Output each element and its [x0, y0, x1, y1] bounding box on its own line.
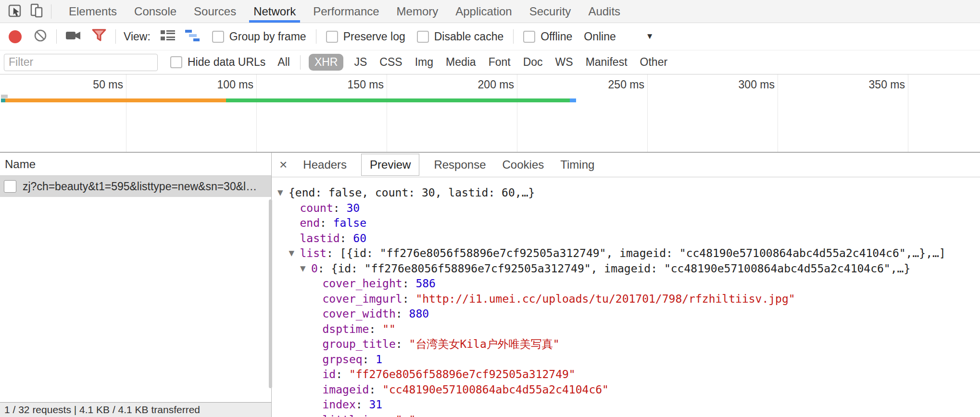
preserve-log-checkbox[interactable] [326, 31, 338, 43]
filter-type-img[interactable]: Img [415, 56, 433, 69]
detail-tab-response[interactable]: Response [433, 153, 487, 176]
preview-tree-row[interactable]: id: "ff276e8056f58896e7cf92505a312749" [272, 367, 980, 382]
offline-checkbox[interactable] [523, 31, 535, 43]
disable-cache-checkbox[interactable] [417, 31, 429, 43]
filter-type-ws[interactable]: WS [555, 56, 573, 69]
inspect-element-button[interactable] [5, 0, 26, 23]
tab-performance[interactable]: Performance [309, 0, 383, 23]
preview-tree-row[interactable]: imageid: "cc48190e57100864abc4d55a2c4104… [272, 382, 980, 398]
tab-elements[interactable]: Elements [64, 0, 121, 23]
filter-type-xhr[interactable]: XHR [309, 54, 344, 71]
expand-triangle-icon[interactable]: ▼ [289, 246, 300, 261]
tab-memory[interactable]: Memory [392, 0, 443, 23]
tab-sources[interactable]: Sources [189, 0, 240, 23]
scrollbar-thumb[interactable] [269, 199, 272, 388]
tab-audits[interactable]: Audits [584, 0, 625, 23]
preview-tree-row[interactable]: ▼list: [{id: "ff276e8056f58896e7cf92505a… [272, 246, 980, 261]
preview-tree-row[interactable]: index: 31 [272, 397, 980, 413]
summary-bar: 1 / 32 requests | 4.1 KB / 4.1 KB transf… [0, 402, 271, 417]
json-text: : [320, 217, 333, 229]
tab-application[interactable]: Application [451, 0, 516, 23]
requests-panel: Name zj?ch=beauty&t1=595&listtype=new&sn… [0, 153, 272, 417]
expand-triangle-icon[interactable]: ▼ [300, 261, 311, 277]
preview-tree-row[interactable]: count: 30 [272, 201, 980, 216]
hide-data-urls-checkbox[interactable] [170, 56, 182, 68]
json-number: false [333, 217, 366, 229]
filter-type-js[interactable]: JS [354, 56, 367, 69]
json-key: lastid [300, 232, 340, 245]
json-text: {end: false, count: 30, lastid: 60,…} [289, 186, 535, 199]
filter-type-other[interactable]: Other [640, 56, 668, 69]
ruler-gridline [387, 74, 387, 152]
filter-type-font[interactable]: Font [489, 56, 511, 69]
throttling-select[interactable]: Online ▼ [584, 30, 653, 43]
json-text: : [356, 398, 369, 411]
detail-tab-headers[interactable]: Headers [302, 153, 348, 176]
json-key: grpseq [323, 353, 363, 366]
json-key: cover_height [323, 277, 402, 290]
ruler-tick-label: 300 ms [703, 78, 775, 91]
record-button[interactable] [9, 30, 22, 43]
detail-tab-timing[interactable]: Timing [559, 153, 595, 176]
filter-input[interactable] [4, 54, 158, 71]
preview-tree-row[interactable]: cover_width: 880 [272, 307, 980, 322]
tab-network[interactable]: Network [249, 0, 300, 23]
preview-tree-row[interactable]: grpseq: 1 [272, 352, 980, 368]
large-rows-toggle[interactable] [160, 29, 176, 44]
preview-tree-row[interactable]: cover_height: 586 [272, 276, 980, 292]
json-text: : [396, 307, 409, 320]
ruler-gridline [647, 74, 648, 152]
filter-bar: Hide data URLs AllXHRJSCSSImgMediaFontDo… [0, 50, 980, 74]
json-string: "ff276e8056f58896e7cf92505a312749" [349, 368, 576, 380]
preview-tree-row[interactable]: ▼littleimg: "…" [272, 413, 980, 417]
ruler-gridline [256, 74, 257, 152]
panel-tabs: ElementsConsoleSourcesNetworkPerformance… [60, 0, 629, 23]
timeline-overview[interactable]: 50 ms100 ms150 ms200 ms250 ms300 ms350 m… [0, 74, 980, 153]
json-number: 880 [409, 307, 429, 320]
screenshot-button[interactable] [65, 29, 82, 44]
name-column-header[interactable]: Name [0, 153, 271, 176]
filter-type-css[interactable]: CSS [379, 56, 402, 69]
preview-tree-row[interactable]: group_title: "台湾美女Kila户外唯美写真" [272, 337, 980, 352]
preview-tree-row[interactable]: dsptime: "" [272, 322, 980, 337]
overview-toggle[interactable] [185, 29, 201, 44]
toolbar-divider [513, 29, 514, 44]
preview-tree-row[interactable]: end: false [272, 216, 980, 231]
json-key: dsptime [323, 323, 369, 335]
filter-type-media[interactable]: Media [446, 56, 476, 69]
request-row-checkbox[interactable] [4, 180, 16, 193]
filter-type-doc[interactable]: Doc [523, 56, 543, 69]
group-by-frame-checkbox[interactable] [212, 31, 224, 43]
close-icon[interactable]: × [279, 158, 287, 172]
hide-data-urls-label: Hide data URLs [188, 56, 265, 69]
json-key: cover_width [323, 307, 396, 320]
preview-tree-row[interactable]: lastid: 60 [272, 231, 980, 246]
overview-segment-green [226, 98, 570, 102]
filter-type-all[interactable]: All [277, 56, 290, 69]
json-string: "cc48190e57100864abc4d55a2c4104c6" [382, 383, 609, 396]
json-number: 586 [415, 277, 436, 290]
filter-type-manifest[interactable]: Manifest [586, 56, 628, 69]
expand-triangle-icon[interactable]: ▼ [312, 413, 323, 417]
filter-toggle-button[interactable] [91, 29, 107, 44]
json-key: id [323, 368, 336, 380]
clear-button[interactable] [33, 28, 48, 45]
request-name: zj?ch=beauty&t1=595&listtype=new&sn=30&l… [23, 180, 257, 193]
detail-tab-preview[interactable]: Preview [361, 154, 419, 176]
preview-tree-row[interactable]: ▼0: {id: "ff276e8056f58896e7cf92505a3127… [272, 261, 980, 277]
expand-triangle-icon[interactable]: ▼ [277, 185, 289, 201]
request-row[interactable]: zj?ch=beauty&t1=595&listtype=new&sn=30&l… [0, 176, 271, 197]
preview-tree-row[interactable]: cover_imgurl: "http://i1.umei.cc/uploads… [272, 292, 980, 307]
json-text: : {id: "ff276e8056f58896e7cf92505a312749… [318, 262, 910, 275]
tab-security[interactable]: Security [525, 0, 576, 23]
preview-tree-row[interactable]: ▼{end: false, count: 30, lastid: 60,…} [272, 185, 980, 201]
overview-segment-orange [5, 98, 226, 102]
tab-console[interactable]: Console [130, 0, 181, 23]
device-toolbar-button[interactable] [26, 0, 47, 23]
json-key: end [300, 217, 320, 229]
detail-tab-cookies[interactable]: Cookies [502, 153, 545, 176]
offline-label: Offline [540, 30, 572, 43]
overview-segment-teal [1, 98, 5, 102]
ruler-tick-label: 350 ms [833, 78, 905, 91]
funnel-icon [91, 29, 107, 44]
